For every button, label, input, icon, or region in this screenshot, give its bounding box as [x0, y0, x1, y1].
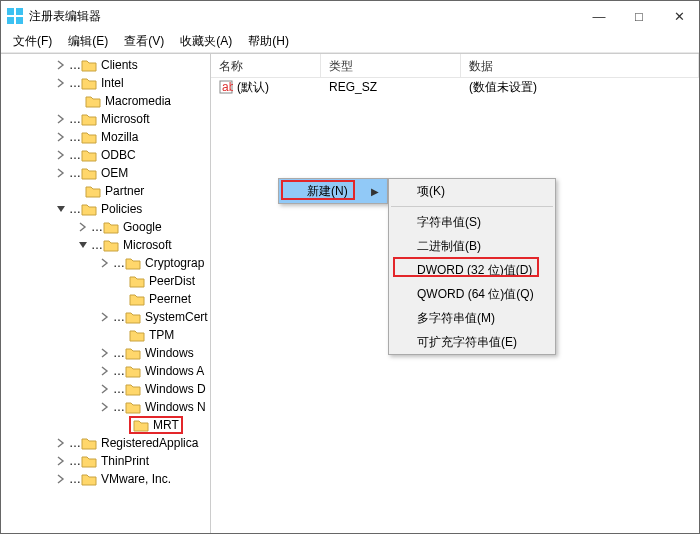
column-type[interactable]: 类型 — [321, 54, 461, 77]
expand-icon[interactable] — [55, 167, 67, 179]
tree-item-windows[interactable]: …Windows — [1, 344, 210, 362]
tree-item-windowsn[interactable]: …Windows N — [1, 398, 210, 416]
folder-icon — [129, 328, 145, 342]
context-menu[interactable]: 新建(N) ▶ — [278, 178, 388, 204]
expand-icon[interactable] — [99, 365, 111, 377]
folder-icon — [103, 220, 119, 234]
submenu-arrow-icon: ▶ — [371, 186, 379, 197]
tree-item-windowsd[interactable]: …Windows D — [1, 380, 210, 398]
tree-item-crypto[interactable]: …Cryptograp — [1, 254, 210, 272]
menu-favorites[interactable]: 收藏夹(A) — [172, 31, 240, 52]
submenu-dword[interactable]: DWORD (32 位)值(D) — [389, 258, 555, 282]
tree-item-peernet[interactable]: Peernet — [1, 290, 210, 308]
svg-rect-5 — [7, 15, 23, 17]
tree-item-systemcert[interactable]: …SystemCert — [1, 308, 210, 326]
folder-icon — [133, 418, 149, 432]
expand-icon[interactable] — [55, 59, 67, 71]
svg-rect-2 — [7, 17, 14, 24]
window-title: 注册表编辑器 — [29, 8, 579, 25]
folder-icon — [81, 166, 97, 180]
expand-icon[interactable] — [99, 257, 111, 269]
folder-icon — [129, 274, 145, 288]
context-new[interactable]: 新建(N) ▶ — [279, 179, 387, 203]
folder-icon — [125, 382, 141, 396]
svg-rect-3 — [16, 17, 23, 24]
minimize-button[interactable]: — — [579, 2, 619, 30]
tree-item-partner[interactable]: Partner — [1, 182, 210, 200]
svg-rect-1 — [16, 8, 23, 15]
expand-icon[interactable] — [55, 113, 67, 125]
folder-icon — [125, 400, 141, 414]
expand-icon[interactable] — [55, 437, 67, 449]
tree-item-ms[interactable]: …Microsoft — [1, 236, 210, 254]
tree-item-peerdist[interactable]: PeerDist — [1, 272, 210, 290]
expand-icon[interactable] — [55, 149, 67, 161]
submenu-binary[interactable]: 二进制值(B) — [389, 234, 555, 258]
tree-item-odbc[interactable]: …ODBC — [1, 146, 210, 164]
tree-item-tpm[interactable]: TPM — [1, 326, 210, 344]
expand-icon[interactable] — [99, 401, 111, 413]
tree-item-macromedia[interactable]: Macromedia — [1, 92, 210, 110]
menu-edit[interactable]: 编辑(E) — [60, 31, 116, 52]
folder-icon — [81, 472, 97, 486]
menu-file[interactable]: 文件(F) — [5, 31, 60, 52]
tree-item-clients[interactable]: …Clients — [1, 56, 210, 74]
tree-item-oem[interactable]: …OEM — [1, 164, 210, 182]
submenu-expand[interactable]: 可扩充字符串值(E) — [389, 330, 555, 354]
context-submenu[interactable]: 项(K) 字符串值(S) 二进制值(B) DWORD (32 位)值(D) QW… — [388, 178, 556, 355]
menu-view[interactable]: 查看(V) — [116, 31, 172, 52]
folder-icon — [129, 292, 145, 306]
value-row-default[interactable]: ab (默认) REG_SZ (数值未设置) — [211, 78, 699, 96]
folder-icon — [125, 346, 141, 360]
expand-icon[interactable] — [99, 347, 111, 359]
submenu-string[interactable]: 字符串值(S) — [389, 210, 555, 234]
folder-icon — [81, 202, 97, 216]
expand-icon[interactable] — [55, 473, 67, 485]
list-header: 名称 类型 数据 — [211, 54, 699, 78]
folder-icon — [81, 112, 97, 126]
folder-icon — [125, 364, 141, 378]
menu-bar: 文件(F) 编辑(E) 查看(V) 收藏夹(A) 帮助(H) — [1, 31, 699, 53]
folder-icon — [125, 256, 141, 270]
submenu-multi[interactable]: 多字符串值(M) — [389, 306, 555, 330]
tree-item-vmware[interactable]: …VMware, Inc. — [1, 470, 210, 488]
title-bar: 注册表编辑器 — □ ✕ — [1, 1, 699, 31]
value-type: REG_SZ — [321, 80, 461, 94]
separator — [391, 206, 553, 207]
collapse-icon[interactable] — [77, 239, 89, 251]
collapse-icon[interactable] — [55, 203, 67, 215]
folder-icon — [103, 238, 119, 252]
folder-icon — [85, 184, 101, 198]
folder-icon — [81, 454, 97, 468]
column-name[interactable]: 名称 — [211, 54, 321, 77]
submenu-qword[interactable]: QWORD (64 位)值(Q) — [389, 282, 555, 306]
maximize-button[interactable]: □ — [619, 2, 659, 30]
expand-icon[interactable] — [99, 383, 111, 395]
tree-item-microsoft[interactable]: …Microsoft — [1, 110, 210, 128]
tree-item-thinprint[interactable]: …ThinPrint — [1, 452, 210, 470]
tree-item-regapp[interactable]: …RegisteredApplica — [1, 434, 210, 452]
tree-item-policies[interactable]: …Policies — [1, 200, 210, 218]
context-new-label: 新建(N) — [307, 183, 348, 200]
tree-item-mrt[interactable]: MRT — [1, 416, 210, 434]
tree-item-mozilla[interactable]: …Mozilla — [1, 128, 210, 146]
submenu-key[interactable]: 项(K) — [389, 179, 555, 203]
expand-icon[interactable] — [99, 311, 111, 323]
tree-item-intel[interactable]: …Intel — [1, 74, 210, 92]
tree-item-google[interactable]: …Google — [1, 218, 210, 236]
expand-icon[interactable] — [55, 455, 67, 467]
expand-icon[interactable] — [55, 131, 67, 143]
folder-icon — [81, 130, 97, 144]
close-button[interactable]: ✕ — [659, 2, 699, 30]
folder-icon — [81, 436, 97, 450]
tree-pane[interactable]: …Clients …Intel Macromedia …Microsoft …M… — [1, 54, 211, 533]
folder-icon — [81, 76, 97, 90]
expand-icon[interactable] — [77, 221, 89, 233]
expand-icon[interactable] — [55, 77, 67, 89]
column-data[interactable]: 数据 — [461, 54, 699, 77]
folder-icon — [81, 148, 97, 162]
folder-icon — [81, 58, 97, 72]
menu-help[interactable]: 帮助(H) — [240, 31, 297, 52]
tree-item-windowsa[interactable]: …Windows A — [1, 362, 210, 380]
string-icon: ab — [219, 80, 233, 94]
